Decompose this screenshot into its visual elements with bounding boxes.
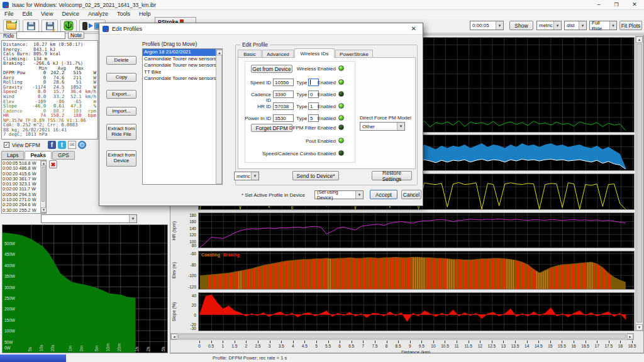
set-active-profile-select[interactable]: (Set using Device)▼ [314,190,364,199]
scroll-left-icon[interactable]: ◄ [171,334,177,339]
pm-model-select[interactable]: Other▼ [360,122,405,131]
scroll-down-icon[interactable]: ▼ [41,207,47,212]
tab-gps[interactable]: GPS [52,151,75,160]
pm-model-label: Direct Force PM Model [360,115,414,121]
profile-item[interactable]: Argon 18 21/02/2021 [143,49,217,56]
chart-strip-slope[interactable] [198,292,635,331]
interval-select[interactable]: 0:00:05▼ [470,21,504,30]
scroll-down-icon[interactable]: ▼ [636,324,643,331]
accept-button[interactable]: Accept [370,190,397,199]
stat-row-dfpm-pow: DFPM Pow0242.2515W [3,70,96,75]
export-button[interactable]: Export... [106,90,136,99]
speed-id-led [338,79,344,85]
tab-peaks[interactable]: Peaks [25,151,52,160]
note-button[interactable]: Note [68,31,84,39]
profiles-list[interactable]: Argon 18 21/02/2021Cannondale Tourer new… [142,48,223,185]
stat-row-wind: Wind0.033.252.1km/h [3,94,96,99]
axis-select[interactable]: dist▼ [564,21,587,30]
chevron-down-icon: ▼ [609,21,616,30]
dialog-close-button[interactable]: ✕ [405,25,423,32]
peaks-list[interactable]: 0:00:05 518.8 W0:00:10 486.8 W0:00:20 41… [1,160,47,214]
range-select[interactable]: Full Ride▼ [589,21,617,30]
delete-button[interactable]: Delete [106,56,136,65]
edit-profiles-dialog: Edit Profiles ✕ DeleteCopyExport...Impor… [99,23,423,206]
open-folder-icon [6,23,16,30]
restore-settings-button[interactable]: Restore Settings [372,171,412,180]
profiles-scrollbar[interactable]: ▲ [216,49,222,184]
charts-hscrollbar[interactable]: ◄ ► [170,333,634,340]
tab-wireless-ids[interactable]: Wireless IDs [294,48,335,58]
tab-laps[interactable]: Laps [1,151,24,160]
bottom-left-tab[interactable] [0,354,66,362]
chevron-down-icon: ▼ [129,215,136,222]
import-button[interactable]: Import... [106,107,136,116]
scroll-up-icon[interactable]: ▲ [216,50,223,55]
profile-item[interactable]: Cannondale Tourer new sensors [143,75,217,82]
facebook-icon[interactable]: f [48,141,56,149]
pd-xtick-label: 1m [68,346,72,351]
profile-item[interactable]: Cannondale Tourer new sensors, Tweake [143,56,217,63]
minimize-button[interactable]: – [590,0,608,10]
usb-device-button[interactable] [60,19,77,32]
power-curve-selector[interactable]: ▼ [41,214,137,223]
maximize-button[interactable]: ❒ [608,0,625,10]
pd-ytick-label: 350W [4,274,15,278]
dialog-units-value: metric [236,173,250,179]
menu-view[interactable]: View [36,10,57,18]
status-text: Profile: DFPM Power; rec rate = 1 s [170,355,287,361]
view-dfpm-checkbox[interactable]: ✓ [4,142,9,148]
peak-item[interactable]: 0:30:00 255.2 W [3,208,40,213]
power-duration-chart[interactable]: 500W450W400W350W300W250W200W150W100W50W0… [2,224,168,353]
type-label: Type [296,104,307,109]
open-file-button[interactable] [3,19,19,32]
save-button[interactable] [23,19,39,32]
chart-strip-heart-rate[interactable] [198,212,635,248]
cancel-button[interactable]: Cancel [401,190,421,199]
speed-id-input[interactable]: 10556 [273,79,294,86]
send-to-device-button[interactable]: Send to Device* [292,171,339,180]
fit-plots-button[interactable]: Fit Plots [619,21,642,30]
show-button[interactable]: Show [509,21,533,30]
peaks-scrollbar[interactable]: ▲ ▼ [40,160,46,213]
web-globe-icon[interactable] [78,141,86,149]
dialog-units-select[interactable]: metric▼ [234,172,259,180]
chart-strip-elevation[interactable] [198,251,635,290]
menu-help[interactable]: Help [135,10,155,18]
dfpm-filter-label: DFPM Filter Enabled [279,125,336,131]
stat-footer-line: 7 degC; 1013 hPa [3,132,96,137]
profile-item[interactable]: Cannondale Tourer new sensors, Tweake [143,62,217,69]
pd-ytick-label: 400W [4,263,15,268]
cadence-id-label: Cadence ID [245,92,271,103]
menu-analyze[interactable]: Analyze [84,10,113,18]
email-icon[interactable]: ✉ [68,141,76,149]
scroll-up-icon[interactable]: ▲ [636,36,643,43]
charts-vscrollbar[interactable]: ▲ ▼ [635,36,643,331]
units-select[interactable]: metric▼ [536,21,562,30]
scroll-up-icon[interactable]: ▲ [41,161,47,166]
bike-computer-icon [82,22,87,30]
close-button[interactable]: ✕ [625,0,644,10]
extract-from-ride-file-button[interactable]: Extract from Ride File [106,124,136,140]
power-in-id-input[interactable]: 3530 [273,114,294,122]
menu-device[interactable]: Device [57,10,84,18]
dialog-title-bar[interactable]: Edit Profiles ✕ [99,23,423,35]
ride-input[interactable] [16,31,65,39]
menu-file[interactable]: File [0,10,18,18]
menu-tools[interactable]: Tools [113,10,135,18]
copy-button[interactable]: Copy [106,73,136,82]
power-in-id-led [338,115,344,121]
pd-ytick-label: 300W [4,285,15,290]
save-as-button[interactable] [42,19,58,32]
hr-id-input[interactable]: 57038 [273,102,294,110]
delete-peak-button[interactable]: ✖ [49,160,57,168]
cadence-id-input[interactable]: 3390 [273,90,294,98]
menu-edit[interactable]: Edit [18,10,37,18]
extract-from-device-button[interactable]: Extract from Device [106,150,136,167]
pd-xtick-label: 10m [106,343,110,351]
scroll-right-icon[interactable]: ► [627,334,633,339]
set-active-profile-label: * Set Active Profile in Device [242,192,305,198]
chevron-down-icon: ▼ [251,172,258,180]
profile-item[interactable]: TT Bike [143,69,217,76]
twitter-icon[interactable]: t [58,141,66,149]
get-from-device-button[interactable]: Get from Device [251,65,292,73]
